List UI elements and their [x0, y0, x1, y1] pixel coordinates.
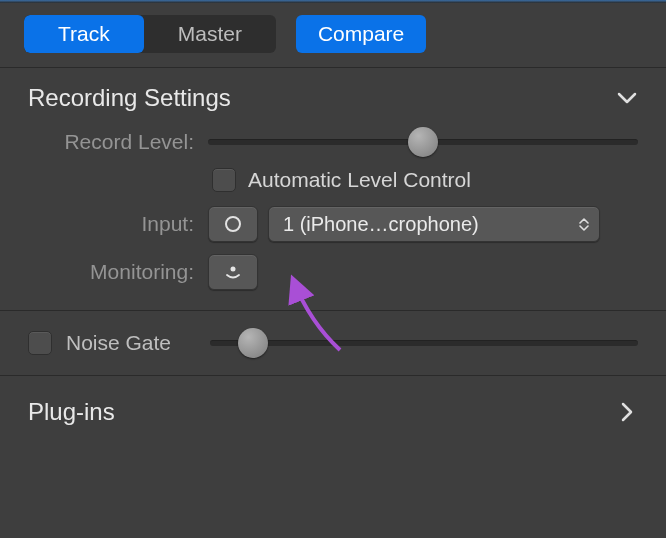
recording-settings-panel: Recording Settings Record Level: Automat… — [0, 67, 666, 310]
record-level-slider[interactable] — [208, 139, 638, 145]
updown-icon — [579, 218, 589, 231]
plugins-title: Plug-ins — [28, 398, 115, 426]
recording-settings-title: Recording Settings — [28, 84, 231, 112]
auto-level-row: Automatic Level Control — [0, 162, 666, 202]
slider-track — [210, 340, 638, 346]
svg-point-0 — [231, 267, 236, 272]
input-row: Input: 1 (iPhone…crophone) — [0, 202, 666, 248]
compare-button[interactable]: Compare — [296, 15, 426, 53]
recording-settings-header[interactable]: Recording Settings — [0, 68, 666, 122]
circle-icon — [225, 216, 241, 232]
input-mono-button[interactable] — [208, 206, 258, 242]
chevron-down-icon — [616, 87, 638, 109]
record-level-label: Record Level: — [28, 130, 208, 154]
slider-knob[interactable] — [408, 127, 438, 157]
monitoring-icon — [223, 264, 243, 280]
tab-segment: Track Master — [24, 15, 276, 53]
noise-gate-label: Noise Gate — [66, 331, 196, 355]
auto-level-checkbox[interactable] — [212, 168, 236, 192]
noise-gate-slider[interactable] — [210, 340, 638, 346]
noise-gate-row: Noise Gate — [0, 310, 666, 375]
monitoring-row: Monitoring: — [0, 248, 666, 310]
record-level-row: Record Level: — [0, 122, 666, 162]
monitoring-toggle[interactable] — [208, 254, 258, 290]
slider-knob[interactable] — [238, 328, 268, 358]
plugins-header[interactable]: Plug-ins — [0, 375, 666, 448]
tab-bar: Track Master Compare — [0, 3, 666, 67]
auto-level-label: Automatic Level Control — [248, 168, 471, 192]
input-label: Input: — [28, 212, 208, 236]
input-select-value: 1 (iPhone…crophone) — [283, 213, 571, 236]
chevron-right-icon — [616, 401, 638, 423]
noise-gate-checkbox[interactable] — [28, 331, 52, 355]
tab-master[interactable]: Master — [144, 15, 276, 53]
tab-track[interactable]: Track — [24, 15, 144, 53]
input-select[interactable]: 1 (iPhone…crophone) — [268, 206, 600, 242]
monitoring-label: Monitoring: — [28, 260, 208, 284]
